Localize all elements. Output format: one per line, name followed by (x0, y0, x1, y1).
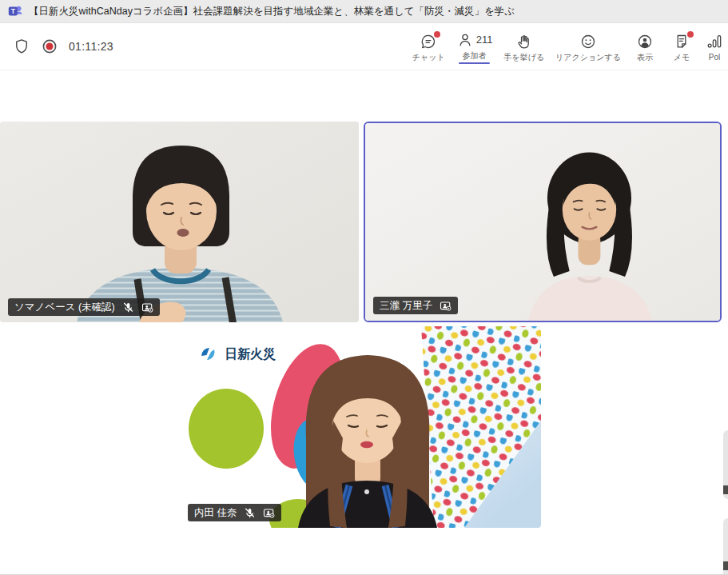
video-tile-somanobase[interactable]: ソマノベース (未確認) (0, 122, 359, 322)
mini-participant-tile[interactable] (723, 430, 728, 499)
participant-name: 内田 佳奈 (194, 506, 237, 520)
mini-participant-tile[interactable] (723, 518, 728, 575)
participants-count: 211 (476, 34, 493, 46)
svg-text:T: T (11, 7, 16, 15)
view-person-circle-icon (636, 33, 654, 50)
reactions-button-label: リアクションする (555, 53, 621, 62)
raise-hand-button-label: 手を挙げる (503, 53, 544, 62)
toolbar-buttons: チャット 211 参加者 (408, 23, 728, 70)
participant-name-label: ソマノベース (未確認) (8, 298, 160, 316)
reactions-smiley-icon (579, 33, 597, 50)
participants-button[interactable]: 211 参加者 (452, 27, 497, 66)
notes-button-label: メモ (674, 53, 690, 62)
teams-meeting-window: T 【日新火災withCaNdayコラボ企画】社会課題解決を目指す地域企業と、林… (0, 0, 728, 575)
participants-active-underline (459, 62, 490, 65)
meeting-toolbar: 01:11:23 チャット (0, 23, 728, 70)
chat-notification-badge (434, 31, 440, 38)
chat-button[interactable]: チャット (408, 29, 449, 64)
teams-logo-icon: T (8, 4, 22, 18)
video-tile-mitaki-active-speaker[interactable]: 三瀧 万里子 (364, 122, 722, 322)
meeting-title: 【日新火災withCaNdayコラボ企画】社会課題解決を目指す地域企業と、林業を… (29, 5, 515, 18)
view-button[interactable]: 表示 (628, 29, 662, 64)
polls-button-label: Pol (709, 53, 720, 62)
shield-icon (13, 38, 30, 55)
participants-button-label: 参加者 (463, 51, 487, 61)
raise-hand-icon (515, 33, 533, 50)
participant-video-mitaki (365, 123, 720, 321)
raise-hand-button[interactable]: 手を挙げる (499, 29, 548, 64)
participant-video-uchida: 日新火災 (180, 326, 541, 528)
participant-name-label: 内田 佳奈 (188, 504, 281, 521)
participants-icon (456, 31, 474, 49)
picture-in-picture-icon (141, 301, 153, 313)
polls-bar-chart-icon (706, 33, 723, 50)
chat-button-label: チャット (412, 53, 445, 62)
participant-video-somanobase (0, 122, 359, 322)
notes-icon (673, 33, 690, 50)
picture-in-picture-icon (440, 300, 452, 312)
participant-name: ソマノベース (未確認) (14, 301, 115, 314)
view-button-label: 表示 (637, 53, 653, 62)
reactions-button[interactable]: リアクションする (551, 29, 625, 64)
title-bar: T 【日新火災withCaNdayコラボ企画】社会課題解決を目指す地域企業と、林… (0, 0, 728, 23)
participant-name-label: 三瀧 万里子 (373, 297, 458, 314)
notes-notification-badge (687, 31, 694, 38)
recording-timer: 01:11:23 (69, 40, 113, 53)
svg-text:日新火災: 日新火災 (225, 347, 276, 361)
picture-in-picture-icon (263, 507, 275, 519)
video-tile-uchida[interactable]: 日新火災 (180, 326, 541, 528)
chat-icon (420, 33, 437, 50)
mic-off-icon (122, 301, 134, 313)
recording-indicator-icon (41, 38, 58, 55)
mic-off-icon (244, 507, 256, 519)
participant-name: 三瀧 万里子 (380, 299, 432, 313)
notes-button[interactable]: メモ (665, 29, 698, 64)
recording-status-group: 01:11:23 (13, 23, 113, 70)
polls-button[interactable]: Pol (702, 29, 727, 64)
